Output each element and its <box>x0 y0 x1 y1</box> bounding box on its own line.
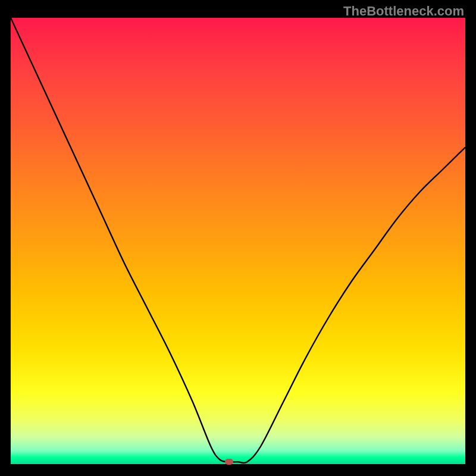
curve-layer <box>11 18 465 464</box>
optimum-marker <box>225 459 233 465</box>
bottleneck-chart <box>11 18 465 464</box>
watermark-text: TheBottleneck.com <box>343 4 464 19</box>
bottleneck-curve-path <box>11 18 465 463</box>
